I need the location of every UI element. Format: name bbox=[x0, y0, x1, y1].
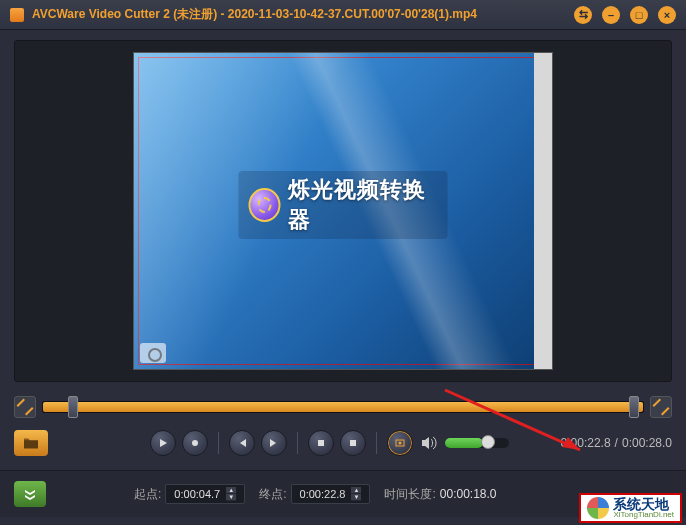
chevrons-down-icon bbox=[23, 487, 37, 501]
titlebar: AVCWare Video Cutter 2 (未注册) - 2020-11-0… bbox=[0, 0, 686, 30]
watermark-logo-icon bbox=[587, 497, 609, 519]
timeline-end-marker[interactable] bbox=[629, 396, 639, 418]
controls-row: 0:00:22.8 / 0:00:28.0 bbox=[14, 430, 672, 456]
volume-button[interactable] bbox=[419, 433, 439, 453]
time-display: 0:00:22.8 / 0:00:28.0 bbox=[561, 436, 672, 450]
open-file-button[interactable] bbox=[14, 430, 48, 456]
title-separator: - bbox=[217, 7, 228, 21]
play-icon bbox=[158, 438, 168, 448]
total-time: 0:00:28.0 bbox=[622, 436, 672, 450]
volume-thumb[interactable] bbox=[481, 435, 495, 449]
end-stepper: ▲ ▼ bbox=[351, 487, 361, 501]
duration-field-group: 时间长度: 00:00:18.0 bbox=[384, 486, 496, 503]
prev-icon bbox=[237, 438, 247, 448]
volume-icon bbox=[421, 436, 437, 450]
duration-label: 时间长度: bbox=[384, 486, 435, 503]
stop-button[interactable] bbox=[308, 430, 334, 456]
video-preview-frame: 烁光视频转换器 bbox=[14, 40, 672, 382]
separator bbox=[297, 432, 298, 454]
volume-fill bbox=[445, 438, 483, 448]
end-field-group: 终点: 0:00:22.8 ▲ ▼ bbox=[259, 484, 370, 504]
snapshot-button[interactable] bbox=[387, 430, 413, 456]
svg-point-4 bbox=[399, 442, 402, 445]
svg-rect-2 bbox=[350, 440, 356, 446]
window-controls: ⇆ – □ × bbox=[574, 6, 676, 24]
time-separator: / bbox=[615, 436, 618, 450]
overlay-logo-icon bbox=[249, 188, 281, 222]
export-button[interactable] bbox=[14, 481, 46, 507]
video-preview[interactable]: 烁光视频转换器 bbox=[133, 52, 553, 370]
watermark-cn: 系统天地 bbox=[613, 497, 674, 511]
cut-end-icon[interactable] bbox=[650, 396, 672, 418]
record-button[interactable] bbox=[182, 430, 208, 456]
start-time-value: 0:00:04.7 bbox=[174, 488, 220, 500]
timeline-fill bbox=[43, 402, 643, 412]
start-label: 起点: bbox=[134, 486, 161, 503]
main-area: 烁光视频转换器 bbox=[0, 30, 686, 456]
start-step-down[interactable]: ▼ bbox=[226, 494, 236, 501]
volume-slider[interactable] bbox=[445, 438, 509, 448]
end-step-down[interactable]: ▼ bbox=[351, 494, 361, 501]
record-icon bbox=[190, 438, 200, 448]
timeline-track[interactable] bbox=[42, 401, 644, 413]
timeline-row bbox=[14, 396, 672, 418]
video-content-scrollbar bbox=[534, 53, 552, 369]
start-step-up[interactable]: ▲ bbox=[226, 487, 236, 494]
end-label: 终点: bbox=[259, 486, 286, 503]
separator bbox=[376, 432, 377, 454]
svg-rect-1 bbox=[318, 440, 324, 446]
minimize-button[interactable]: – bbox=[602, 6, 620, 24]
timeline-start-marker[interactable] bbox=[68, 396, 78, 418]
current-time: 0:00:22.8 bbox=[561, 436, 611, 450]
end-time-input[interactable]: 0:00:22.8 ▲ ▼ bbox=[291, 484, 371, 504]
next-icon bbox=[269, 438, 279, 448]
svg-point-0 bbox=[192, 440, 198, 446]
maximize-button[interactable]: □ bbox=[630, 6, 648, 24]
stop-alt-button[interactable] bbox=[340, 430, 366, 456]
start-field-group: 起点: 0:00:04.7 ▲ ▼ bbox=[134, 484, 245, 504]
video-overlay-badge: 烁光视频转换器 bbox=[239, 171, 448, 239]
watermark: 系统天地 XiTongTianDi.net bbox=[579, 493, 682, 523]
play-button[interactable] bbox=[150, 430, 176, 456]
close-button[interactable]: × bbox=[658, 6, 676, 24]
duration-value: 00:00:18.0 bbox=[440, 487, 497, 501]
folder-icon bbox=[22, 436, 40, 450]
separator bbox=[218, 432, 219, 454]
window-title: AVCWare Video Cutter 2 (未注册) - 2020-11-0… bbox=[32, 6, 477, 23]
snapshot-icon bbox=[395, 438, 405, 448]
app-icon bbox=[10, 8, 24, 22]
app-name-text: AVCWare Video Cutter 2 (未注册) bbox=[32, 7, 217, 21]
cut-start-icon[interactable] bbox=[14, 396, 36, 418]
start-time-input[interactable]: 0:00:04.7 ▲ ▼ bbox=[165, 484, 245, 504]
stop-icon bbox=[316, 438, 326, 448]
stop-alt-icon bbox=[348, 438, 358, 448]
end-time-value: 0:00:22.8 bbox=[300, 488, 346, 500]
overlay-text: 烁光视频转换器 bbox=[288, 175, 437, 235]
prev-frame-button[interactable] bbox=[229, 430, 255, 456]
watermark-text: 系统天地 XiTongTianDi.net bbox=[613, 497, 674, 519]
watermark-en: XiTongTianDi.net bbox=[613, 511, 674, 519]
camera-icon bbox=[140, 343, 166, 363]
start-stepper: ▲ ▼ bbox=[226, 487, 236, 501]
switch-button[interactable]: ⇆ bbox=[574, 6, 592, 24]
end-step-up[interactable]: ▲ bbox=[351, 487, 361, 494]
next-frame-button[interactable] bbox=[261, 430, 287, 456]
file-name-text: 2020-11-03-10-42-37.CUT.00'07-00'28(1).m… bbox=[228, 7, 477, 21]
